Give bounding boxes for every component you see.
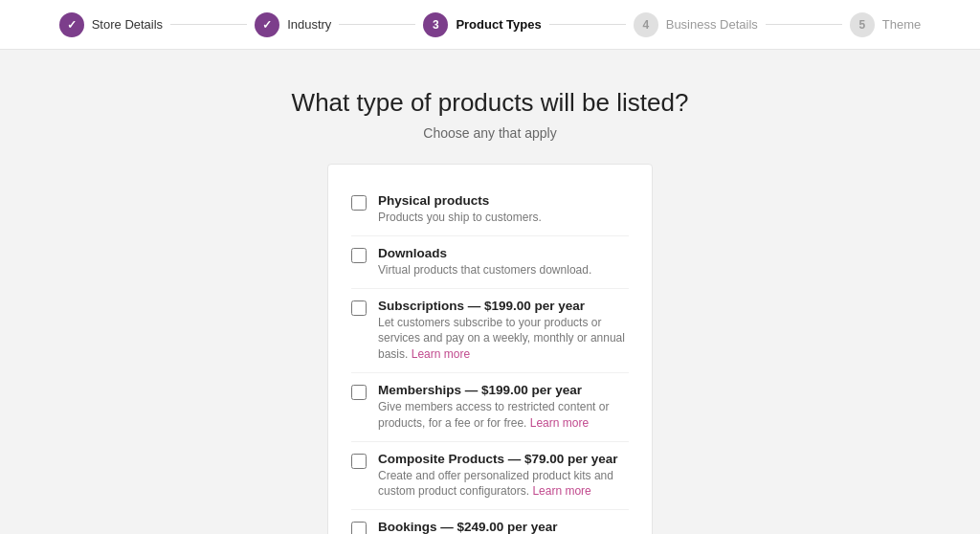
option-title-physical: Physical products: [378, 193, 629, 208]
option-title-composite: Composite Products — $79.00 per year: [378, 452, 629, 466]
checkbox-bookings[interactable]: [351, 522, 367, 534]
step-product-types: 3 Product Types: [423, 12, 541, 37]
checkbox-downloads[interactable]: [351, 248, 367, 263]
product-types-card: Physical products Products you ship to c…: [327, 164, 653, 534]
checkbox-wrap-memberships[interactable]: [351, 385, 367, 404]
step-circle-product-types: 3: [423, 12, 448, 37]
option-label-physical[interactable]: Physical products Products you ship to c…: [378, 193, 629, 226]
main-content: What type of products will be listed? Ch…: [0, 50, 980, 534]
step-business-details: 4 Business Details: [634, 12, 758, 37]
step-label-product-types: Product Types: [456, 17, 541, 32]
step-number-product-types: 3: [433, 18, 439, 32]
step-label-industry: Industry: [287, 17, 331, 32]
step-label-business-details: Business Details: [666, 17, 758, 32]
option-label-subscriptions[interactable]: Subscriptions — $199.00 per year Let cus…: [378, 299, 629, 363]
product-option-composite: Composite Products — $79.00 per year Cre…: [351, 442, 629, 511]
step-circle-business-details: 4: [634, 12, 658, 37]
step-circle-theme: 5: [850, 12, 875, 37]
checkbox-wrap-downloads[interactable]: [351, 248, 367, 267]
step-number-industry: ✓: [262, 18, 272, 32]
step-circle-industry: ✓: [255, 12, 279, 37]
step-number-store-details: ✓: [67, 18, 77, 32]
checkbox-subscriptions[interactable]: [351, 300, 367, 316]
product-option-memberships: Memberships — $199.00 per year Give memb…: [351, 373, 629, 442]
step-connector: [170, 24, 247, 25]
step-connector: [549, 24, 626, 25]
learn-more-link-subscriptions[interactable]: Learn more: [412, 347, 470, 361]
product-option-bookings: Bookings — $249.00 per year Allow custom…: [351, 510, 629, 534]
stepper: ✓ Store Details ✓ Industry 3 Product Typ…: [0, 0, 980, 50]
option-desc-memberships: Give members access to restricted conten…: [378, 399, 629, 432]
option-title-downloads: Downloads: [378, 246, 629, 260]
step-number-theme: 5: [858, 18, 865, 32]
option-label-composite[interactable]: Composite Products — $79.00 per year Cre…: [378, 452, 629, 501]
checkbox-physical[interactable]: [351, 195, 367, 211]
checkbox-wrap-physical[interactable]: [351, 195, 367, 214]
checkbox-wrap-composite[interactable]: [351, 454, 367, 473]
page-subtitle: Choose any that apply: [423, 125, 556, 141]
option-desc-text-physical: Products you ship to customers.: [378, 211, 542, 224]
option-desc-downloads: Virtual products that customers download…: [378, 262, 629, 278]
product-option-downloads: Downloads Virtual products that customer…: [351, 236, 629, 289]
step-connector: [766, 24, 842, 25]
step-number-business-details: 4: [642, 18, 649, 32]
step-store-details: ✓ Store Details: [59, 12, 163, 37]
step-label-theme: Theme: [882, 17, 921, 32]
option-title-memberships: Memberships — $199.00 per year: [378, 383, 629, 397]
option-label-bookings[interactable]: Bookings — $249.00 per year Allow custom…: [378, 520, 629, 534]
step-circle-store-details: ✓: [59, 12, 84, 37]
checkbox-memberships[interactable]: [351, 385, 367, 400]
option-desc-composite: Create and offer personalized product ki…: [378, 468, 629, 501]
page-title: What type of products will be listed?: [292, 88, 689, 118]
checkbox-wrap-subscriptions[interactable]: [351, 300, 367, 320]
option-title-bookings: Bookings — $249.00 per year: [378, 520, 629, 534]
step-label-store-details: Store Details: [92, 17, 163, 32]
learn-more-link-composite[interactable]: Learn more: [532, 484, 590, 498]
product-option-subscriptions: Subscriptions — $199.00 per year Let cus…: [351, 289, 629, 373]
product-option-physical: Physical products Products you ship to c…: [351, 184, 629, 236]
option-desc-physical: Products you ship to customers.: [378, 210, 629, 226]
option-desc-text-downloads: Virtual products that customers download…: [378, 263, 591, 277]
option-label-downloads[interactable]: Downloads Virtual products that customer…: [378, 246, 629, 278]
step-theme: 5 Theme: [850, 12, 921, 37]
learn-more-link-memberships[interactable]: Learn more: [530, 416, 589, 430]
step-connector: [339, 24, 415, 25]
option-title-subscriptions: Subscriptions — $199.00 per year: [378, 299, 629, 313]
checkbox-wrap-bookings[interactable]: [351, 522, 367, 534]
step-industry: ✓ Industry: [255, 12, 331, 37]
checkbox-composite[interactable]: [351, 454, 367, 469]
option-label-memberships[interactable]: Memberships — $199.00 per year Give memb…: [378, 383, 629, 432]
option-desc-subscriptions: Let customers subscribe to your products…: [378, 315, 629, 363]
